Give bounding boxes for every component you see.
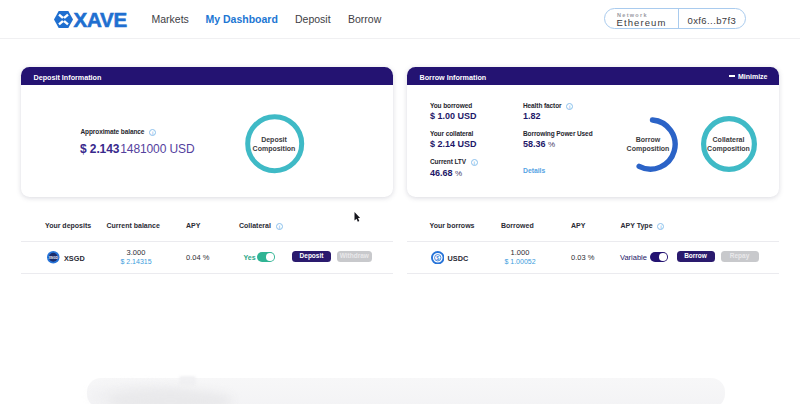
svg-text:$: $ (436, 254, 439, 260)
svg-text:XSGD: XSGD (49, 256, 59, 260)
